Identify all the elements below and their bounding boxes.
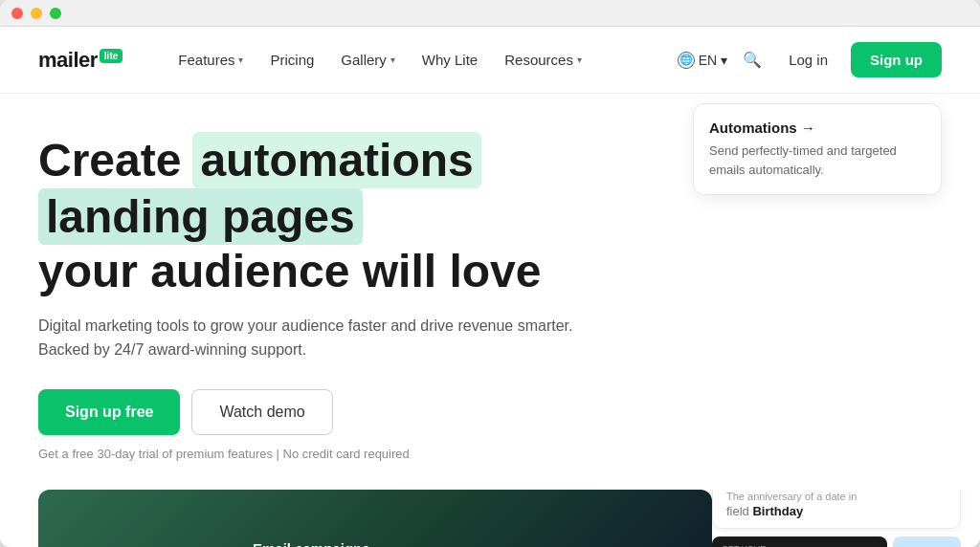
discount-container: GET YOUR DISCOUNT Thank you for being wi… (712, 536, 961, 547)
logo-badge: lite (100, 49, 122, 63)
hero-title-suffix: your audience will love (38, 245, 612, 297)
chevron-down-icon: ▾ (721, 53, 727, 68)
login-link[interactable]: Log in (777, 44, 839, 76)
page-content: mailer lite Features ▾ Pricing Gallery ▾… (0, 27, 980, 547)
signup-button[interactable]: Sign up (851, 42, 942, 77)
chevron-down-icon: ▾ (238, 55, 243, 65)
hero-content: Create automations landing pages your au… (38, 132, 612, 461)
hero-highlight-automations: automations (192, 132, 480, 188)
watch-demo-button[interactable]: Watch demo (191, 389, 332, 435)
hero-subtitle: Digital marketing tools to grow your aud… (38, 314, 574, 362)
chevron-down-icon: ▾ (577, 55, 582, 65)
discount-card: GET YOUR DISCOUNT Thank you for being wi… (712, 536, 887, 547)
maximize-button[interactable] (50, 8, 61, 19)
globe-icon: 🌐 (678, 52, 695, 69)
navbar: mailer lite Features ▾ Pricing Gallery ▾… (0, 27, 980, 94)
logo-text: mailer (38, 48, 98, 73)
title-bar (0, 0, 980, 27)
nav-links: Features ▾ Pricing Gallery ▾ Why Lite Re… (168, 44, 646, 76)
automations-card-desc: Send perfectly-timed and targeted emails… (709, 142, 925, 179)
nav-pricing[interactable]: Pricing (260, 44, 323, 76)
automations-bottom: The anniversary of a date in field Birth… (712, 490, 980, 547)
automations-card-title: Automations → (709, 120, 925, 136)
email-campaigns-title: Email campaigns → (253, 540, 689, 547)
discount-badge: - 40% (893, 536, 961, 547)
hero-disclaimer: Get a free 30-day trial of premium featu… (38, 447, 612, 461)
nav-gallery[interactable]: Gallery ▾ (331, 44, 405, 76)
bottom-section: New Last 30 days 14,046 Email campaigns … (0, 490, 980, 547)
hero-buttons: Sign up free Watch demo (38, 389, 612, 435)
close-button[interactable] (11, 8, 23, 19)
nav-resources[interactable]: Resources ▾ (495, 44, 591, 76)
browser-window: mailer lite Features ▾ Pricing Gallery ▾… (0, 0, 980, 547)
nav-why-lite[interactable]: Why Lite (412, 44, 487, 76)
automation-trigger-card: The anniversary of a date in field Birth… (712, 490, 961, 529)
automations-card: Automations → Send perfectly-timed and t… (693, 103, 942, 195)
hero-title: Create automations landing pages your au… (38, 132, 612, 298)
nav-features[interactable]: Features ▾ (168, 44, 253, 76)
logo[interactable]: mailer lite (38, 48, 122, 73)
nav-actions: 🌐 EN ▾ 🔍 Log in Sign up (678, 42, 942, 77)
language-selector[interactable]: 🌐 EN ▾ (678, 52, 727, 69)
hero-highlight-landing: landing pages (38, 188, 363, 245)
email-campaigns-panel: New Last 30 days 14,046 Email campaigns … (38, 490, 712, 547)
hero-section: Create automations landing pages your au… (0, 94, 980, 461)
search-button[interactable]: 🔍 (739, 47, 766, 73)
minimize-button[interactable] (31, 8, 42, 19)
chevron-down-icon: ▾ (390, 55, 395, 65)
signup-free-button[interactable]: Sign up free (38, 389, 180, 435)
